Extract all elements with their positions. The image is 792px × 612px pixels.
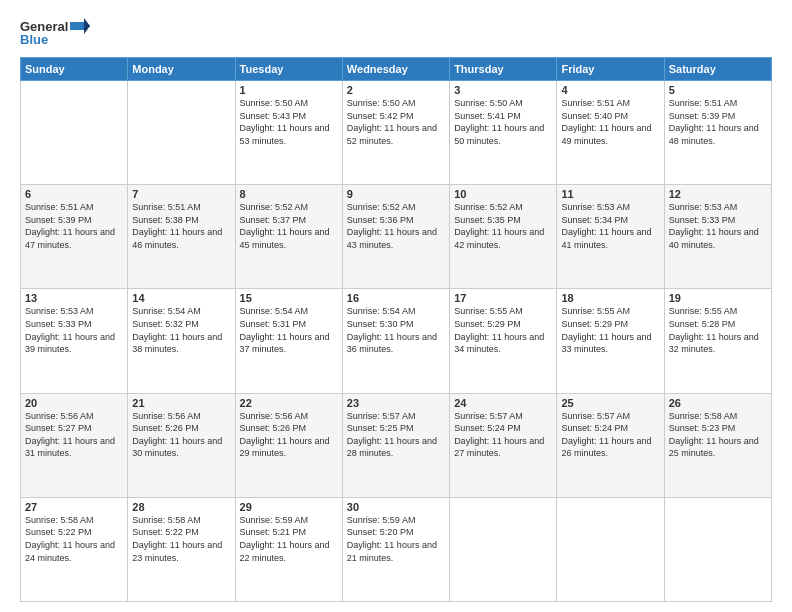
svg-marker-1 xyxy=(84,18,90,34)
day-cell: 26Sunrise: 5:58 AMSunset: 5:23 PMDayligh… xyxy=(664,393,771,497)
day-number: 20 xyxy=(25,397,123,409)
day-cell: 20Sunrise: 5:56 AMSunset: 5:27 PMDayligh… xyxy=(21,393,128,497)
day-number: 3 xyxy=(454,84,552,96)
calendar: SundayMondayTuesdayWednesdayThursdayFrid… xyxy=(20,57,772,602)
day-detail: Sunrise: 5:56 AMSunset: 5:26 PMDaylight:… xyxy=(132,410,230,460)
logo-blue: Blue xyxy=(20,32,48,47)
day-detail: Sunrise: 5:57 AMSunset: 5:24 PMDaylight:… xyxy=(561,410,659,460)
day-detail: Sunrise: 5:53 AMSunset: 5:34 PMDaylight:… xyxy=(561,201,659,251)
day-cell: 11Sunrise: 5:53 AMSunset: 5:34 PMDayligh… xyxy=(557,185,664,289)
day-number: 7 xyxy=(132,188,230,200)
day-detail: Sunrise: 5:51 AMSunset: 5:39 PMDaylight:… xyxy=(25,201,123,251)
day-cell xyxy=(664,497,771,601)
day-cell: 2Sunrise: 5:50 AMSunset: 5:42 PMDaylight… xyxy=(342,81,449,185)
page: General Blue SundayMondayTuesdayWednesda… xyxy=(0,0,792,612)
day-number: 14 xyxy=(132,292,230,304)
weekday-header-monday: Monday xyxy=(128,58,235,81)
day-cell: 19Sunrise: 5:55 AMSunset: 5:28 PMDayligh… xyxy=(664,289,771,393)
day-detail: Sunrise: 5:51 AMSunset: 5:40 PMDaylight:… xyxy=(561,97,659,147)
day-cell: 22Sunrise: 5:56 AMSunset: 5:26 PMDayligh… xyxy=(235,393,342,497)
day-detail: Sunrise: 5:53 AMSunset: 5:33 PMDaylight:… xyxy=(25,305,123,355)
week-row-3: 13Sunrise: 5:53 AMSunset: 5:33 PMDayligh… xyxy=(21,289,772,393)
day-number: 4 xyxy=(561,84,659,96)
day-cell: 4Sunrise: 5:51 AMSunset: 5:40 PMDaylight… xyxy=(557,81,664,185)
day-detail: Sunrise: 5:51 AMSunset: 5:38 PMDaylight:… xyxy=(132,201,230,251)
day-cell: 27Sunrise: 5:58 AMSunset: 5:22 PMDayligh… xyxy=(21,497,128,601)
day-number: 27 xyxy=(25,501,123,513)
day-cell xyxy=(450,497,557,601)
week-row-5: 27Sunrise: 5:58 AMSunset: 5:22 PMDayligh… xyxy=(21,497,772,601)
day-detail: Sunrise: 5:55 AMSunset: 5:28 PMDaylight:… xyxy=(669,305,767,355)
logo: General Blue xyxy=(20,18,90,47)
day-number: 2 xyxy=(347,84,445,96)
day-cell: 21Sunrise: 5:56 AMSunset: 5:26 PMDayligh… xyxy=(128,393,235,497)
day-number: 5 xyxy=(669,84,767,96)
day-cell: 30Sunrise: 5:59 AMSunset: 5:20 PMDayligh… xyxy=(342,497,449,601)
header: General Blue xyxy=(20,18,772,47)
logo-arrow-icon xyxy=(70,18,90,34)
day-detail: Sunrise: 5:59 AMSunset: 5:21 PMDaylight:… xyxy=(240,514,338,564)
day-number: 30 xyxy=(347,501,445,513)
day-detail: Sunrise: 5:58 AMSunset: 5:22 PMDaylight:… xyxy=(132,514,230,564)
day-cell: 9Sunrise: 5:52 AMSunset: 5:36 PMDaylight… xyxy=(342,185,449,289)
day-detail: Sunrise: 5:57 AMSunset: 5:24 PMDaylight:… xyxy=(454,410,552,460)
day-number: 21 xyxy=(132,397,230,409)
day-cell: 15Sunrise: 5:54 AMSunset: 5:31 PMDayligh… xyxy=(235,289,342,393)
day-detail: Sunrise: 5:56 AMSunset: 5:26 PMDaylight:… xyxy=(240,410,338,460)
day-number: 15 xyxy=(240,292,338,304)
weekday-header-row: SundayMondayTuesdayWednesdayThursdayFrid… xyxy=(21,58,772,81)
day-cell: 5Sunrise: 5:51 AMSunset: 5:39 PMDaylight… xyxy=(664,81,771,185)
day-detail: Sunrise: 5:59 AMSunset: 5:20 PMDaylight:… xyxy=(347,514,445,564)
day-number: 1 xyxy=(240,84,338,96)
day-cell: 12Sunrise: 5:53 AMSunset: 5:33 PMDayligh… xyxy=(664,185,771,289)
day-detail: Sunrise: 5:52 AMSunset: 5:36 PMDaylight:… xyxy=(347,201,445,251)
day-detail: Sunrise: 5:58 AMSunset: 5:23 PMDaylight:… xyxy=(669,410,767,460)
day-detail: Sunrise: 5:50 AMSunset: 5:42 PMDaylight:… xyxy=(347,97,445,147)
day-cell xyxy=(128,81,235,185)
day-detail: Sunrise: 5:52 AMSunset: 5:35 PMDaylight:… xyxy=(454,201,552,251)
day-cell: 23Sunrise: 5:57 AMSunset: 5:25 PMDayligh… xyxy=(342,393,449,497)
week-row-4: 20Sunrise: 5:56 AMSunset: 5:27 PMDayligh… xyxy=(21,393,772,497)
day-number: 29 xyxy=(240,501,338,513)
day-number: 26 xyxy=(669,397,767,409)
day-number: 24 xyxy=(454,397,552,409)
day-detail: Sunrise: 5:54 AMSunset: 5:30 PMDaylight:… xyxy=(347,305,445,355)
day-cell: 7Sunrise: 5:51 AMSunset: 5:38 PMDaylight… xyxy=(128,185,235,289)
weekday-header-wednesday: Wednesday xyxy=(342,58,449,81)
week-row-2: 6Sunrise: 5:51 AMSunset: 5:39 PMDaylight… xyxy=(21,185,772,289)
day-detail: Sunrise: 5:57 AMSunset: 5:25 PMDaylight:… xyxy=(347,410,445,460)
day-number: 19 xyxy=(669,292,767,304)
day-detail: Sunrise: 5:52 AMSunset: 5:37 PMDaylight:… xyxy=(240,201,338,251)
day-number: 18 xyxy=(561,292,659,304)
day-cell: 1Sunrise: 5:50 AMSunset: 5:43 PMDaylight… xyxy=(235,81,342,185)
day-detail: Sunrise: 5:55 AMSunset: 5:29 PMDaylight:… xyxy=(561,305,659,355)
day-number: 23 xyxy=(347,397,445,409)
day-number: 6 xyxy=(25,188,123,200)
day-number: 9 xyxy=(347,188,445,200)
day-cell: 16Sunrise: 5:54 AMSunset: 5:30 PMDayligh… xyxy=(342,289,449,393)
day-cell: 29Sunrise: 5:59 AMSunset: 5:21 PMDayligh… xyxy=(235,497,342,601)
day-cell: 14Sunrise: 5:54 AMSunset: 5:32 PMDayligh… xyxy=(128,289,235,393)
day-cell: 24Sunrise: 5:57 AMSunset: 5:24 PMDayligh… xyxy=(450,393,557,497)
weekday-header-thursday: Thursday xyxy=(450,58,557,81)
day-detail: Sunrise: 5:56 AMSunset: 5:27 PMDaylight:… xyxy=(25,410,123,460)
week-row-1: 1Sunrise: 5:50 AMSunset: 5:43 PMDaylight… xyxy=(21,81,772,185)
day-number: 16 xyxy=(347,292,445,304)
day-detail: Sunrise: 5:54 AMSunset: 5:31 PMDaylight:… xyxy=(240,305,338,355)
day-number: 12 xyxy=(669,188,767,200)
day-number: 28 xyxy=(132,501,230,513)
day-cell: 17Sunrise: 5:55 AMSunset: 5:29 PMDayligh… xyxy=(450,289,557,393)
day-detail: Sunrise: 5:55 AMSunset: 5:29 PMDaylight:… xyxy=(454,305,552,355)
day-number: 25 xyxy=(561,397,659,409)
weekday-header-friday: Friday xyxy=(557,58,664,81)
day-cell: 6Sunrise: 5:51 AMSunset: 5:39 PMDaylight… xyxy=(21,185,128,289)
day-number: 13 xyxy=(25,292,123,304)
day-number: 11 xyxy=(561,188,659,200)
day-cell xyxy=(21,81,128,185)
day-cell: 28Sunrise: 5:58 AMSunset: 5:22 PMDayligh… xyxy=(128,497,235,601)
day-cell: 8Sunrise: 5:52 AMSunset: 5:37 PMDaylight… xyxy=(235,185,342,289)
day-cell xyxy=(557,497,664,601)
day-cell: 18Sunrise: 5:55 AMSunset: 5:29 PMDayligh… xyxy=(557,289,664,393)
day-number: 22 xyxy=(240,397,338,409)
day-detail: Sunrise: 5:53 AMSunset: 5:33 PMDaylight:… xyxy=(669,201,767,251)
